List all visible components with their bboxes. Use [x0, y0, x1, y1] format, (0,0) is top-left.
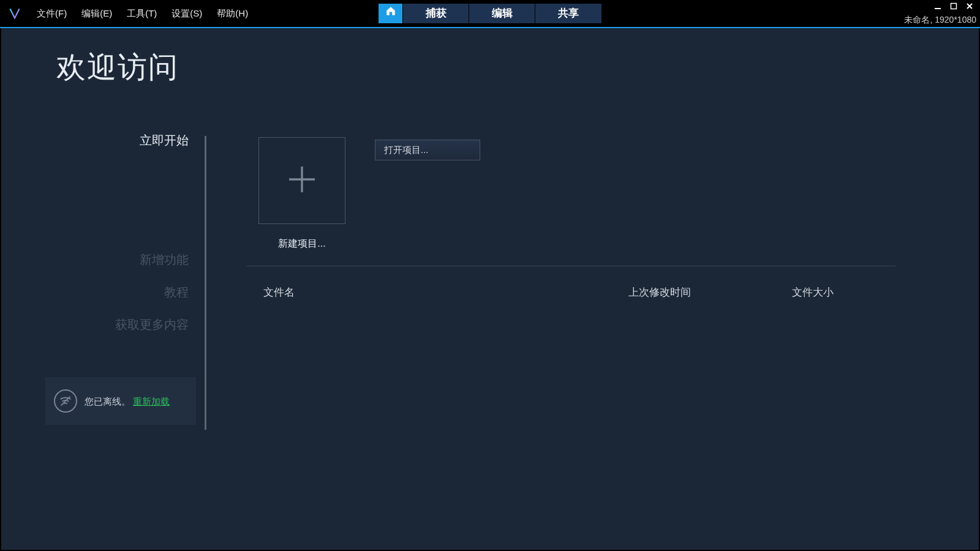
- sidebar-item-tutorials[interactable]: 教程: [164, 284, 189, 301]
- menu-tools[interactable]: 工具(T): [119, 0, 164, 27]
- open-project-button[interactable]: 打开项目...: [375, 140, 480, 160]
- column-filename[interactable]: 文件名: [246, 285, 589, 299]
- tab-edit[interactable]: 编辑: [469, 4, 535, 23]
- minimize-button[interactable]: [930, 0, 946, 12]
- menu-edit[interactable]: 编辑(E): [74, 0, 119, 27]
- menu-settings-label: 设置(S): [172, 8, 202, 18]
- title-bar: 文件(F) 编辑(E) 工具(T) 设置(S) 帮助(H) 捕获 编辑 共享 未…: [0, 0, 980, 27]
- sidebar-item-label: 教程: [164, 285, 189, 299]
- tab-capture[interactable]: 捕获: [403, 4, 469, 23]
- offline-message: 您已离线。: [85, 396, 130, 407]
- plus-icon: [285, 162, 319, 199]
- page-title: 欢迎访问: [56, 48, 179, 87]
- column-modified[interactable]: 上次修改时间: [589, 285, 730, 299]
- client-area: 欢迎访问 立即开始 新增功能 教程 获取更多内容 您已离线。 重新加载: [1, 28, 979, 550]
- tab-capture-label: 捕获: [426, 7, 447, 19]
- welcome-sidebar: 立即开始 新增功能 教程 获取更多内容: [1, 132, 209, 349]
- sidebar-item-start[interactable]: 立即开始: [140, 132, 189, 149]
- column-size[interactable]: 文件大小: [730, 285, 895, 299]
- menu-settings[interactable]: 设置(S): [164, 0, 209, 27]
- close-button[interactable]: [962, 0, 978, 12]
- menu-edit-label: 编辑(E): [81, 8, 112, 18]
- new-project-label: 新建项目...: [258, 238, 345, 250]
- maximize-button[interactable]: [946, 0, 962, 12]
- offline-text: 您已离线。 重新加载: [85, 395, 170, 408]
- home-icon: [385, 4, 396, 23]
- new-project-box: [258, 137, 345, 224]
- recent-table-header: 文件名 上次修改时间 文件大小: [246, 285, 895, 299]
- mode-tab-bar: 捕获 编辑 共享: [379, 4, 601, 23]
- window-controls: [930, 0, 978, 12]
- sidebar-item-label: 新增功能: [140, 253, 189, 266]
- menu-help[interactable]: 帮助(H): [209, 0, 255, 27]
- table-divider: [246, 266, 895, 266]
- menu-file-label: 文件(F): [37, 8, 67, 18]
- offline-icon: [54, 389, 77, 413]
- sidebar-item-whatsnew[interactable]: 新增功能: [140, 252, 189, 268]
- tab-share-label: 共享: [558, 7, 579, 19]
- menu-help-label: 帮助(H): [217, 8, 248, 18]
- menu-bar: 文件(F) 编辑(E) 工具(T) 设置(S) 帮助(H): [29, 0, 255, 27]
- app-logo-icon: [0, 0, 29, 27]
- svg-rect-1: [951, 4, 957, 9]
- offline-reload-link[interactable]: 重新加载: [133, 396, 170, 407]
- tab-share[interactable]: 共享: [535, 4, 601, 23]
- open-project-label: 打开项目...: [384, 144, 429, 155]
- sidebar-divider: [205, 136, 206, 430]
- offline-banner: 您已离线。 重新加载: [45, 377, 196, 425]
- tab-edit-label: 编辑: [492, 7, 513, 19]
- sidebar-item-label: 获取更多内容: [115, 318, 189, 331]
- menu-tools-label: 工具(T): [127, 8, 157, 18]
- sidebar-item-label: 立即开始: [140, 133, 189, 147]
- new-project-tile[interactable]: 新建项目...: [258, 137, 345, 250]
- menu-file[interactable]: 文件(F): [29, 0, 74, 27]
- sidebar-item-getmore[interactable]: 获取更多内容: [115, 317, 189, 333]
- tab-home[interactable]: [379, 4, 403, 23]
- title-status: 未命名, 1920*1080: [904, 15, 976, 26]
